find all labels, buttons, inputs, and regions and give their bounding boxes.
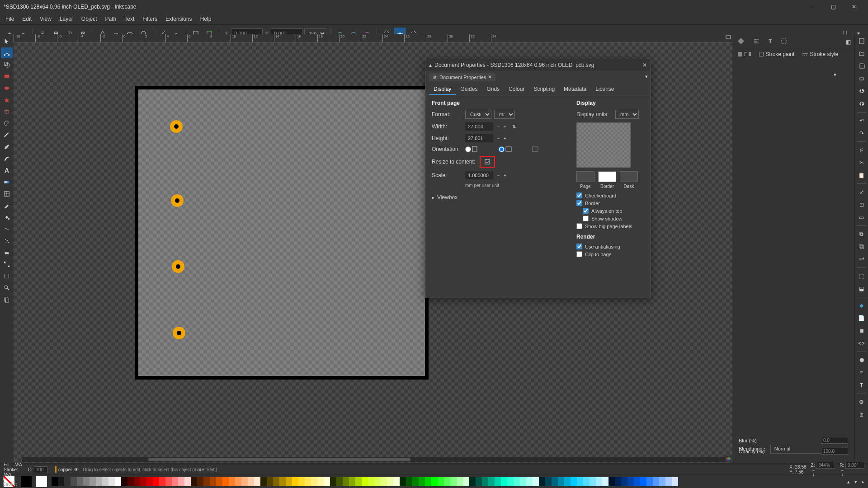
cmd-group-icon[interactable]: ⬚ <box>857 272 866 281</box>
palette-swatch[interactable] <box>621 477 627 486</box>
cmd-paste-icon[interactable]: 📋 <box>857 171 866 180</box>
palette-swatch[interactable] <box>102 477 108 486</box>
menu-help[interactable]: Help <box>197 15 215 23</box>
palette-swatch[interactable] <box>368 477 374 486</box>
palette-swatch[interactable] <box>343 477 349 486</box>
cmd-prefs-icon[interactable]: ⚙ <box>857 398 866 407</box>
cmd-clone-icon[interactable]: ⿻ <box>857 242 866 251</box>
maximize-button[interactable]: ▢ <box>823 0 844 14</box>
border-color-swatch[interactable] <box>598 171 616 182</box>
palette-swatch[interactable] <box>134 477 140 486</box>
palette-swatch[interactable] <box>469 477 476 486</box>
star-tool[interactable] <box>1 94 13 105</box>
palette-swatch[interactable] <box>571 477 577 486</box>
sub-fill[interactable]: Fill <box>738 51 751 57</box>
palette-swatch[interactable] <box>362 477 368 486</box>
cmd-undo-icon[interactable]: ↶ <box>857 116 866 125</box>
lpe-tool[interactable] <box>1 271 13 282</box>
palette-swatch[interactable] <box>64 477 71 486</box>
color-palette[interactable] <box>52 477 843 486</box>
palette-swatch[interactable] <box>52 477 58 486</box>
desk-color-swatch[interactable] <box>620 171 638 182</box>
palette-scroll-down-icon[interactable]: ▾ <box>854 479 857 485</box>
tab-transform[interactable] <box>781 38 787 44</box>
spray-tool[interactable] <box>1 235 13 246</box>
palette-swatch[interactable] <box>374 477 381 486</box>
menu-text[interactable]: Text <box>121 15 138 23</box>
palette-swatch[interactable] <box>260 477 267 486</box>
clip-to-page-checkbox[interactable]: Clip to page <box>576 251 644 257</box>
cmd-import-icon[interactable]: ⮋ <box>857 87 866 96</box>
palette-swatch[interactable] <box>457 477 463 486</box>
orientation-auto[interactable] <box>532 146 563 152</box>
palette-swatch[interactable] <box>298 477 305 486</box>
cmd-zoom-page-icon[interactable]: ▭ <box>857 213 866 222</box>
palette-swatch[interactable] <box>336 477 343 486</box>
menu-object[interactable]: Object <box>78 15 101 23</box>
connector-tool[interactable] <box>1 259 13 270</box>
zoom-input[interactable] <box>816 462 835 469</box>
cmd-obj-props-icon[interactable]: 📄 <box>857 314 866 323</box>
palette-swatch[interactable] <box>431 477 438 486</box>
dialog-collapse-icon[interactable]: ▾ <box>645 74 648 80</box>
resize-to-content-button[interactable] <box>480 156 495 168</box>
viewbox-expand-icon[interactable]: ▸ <box>432 194 434 201</box>
zoom-tool[interactable] <box>1 282 13 293</box>
cmd-text-icon[interactable]: T <box>857 381 866 390</box>
viewbox-label[interactable]: Viewbox <box>437 194 458 201</box>
pcb-hole[interactable] <box>170 120 183 133</box>
rot-dec-button[interactable]: − <box>840 469 845 473</box>
palette-swatch[interactable] <box>596 477 602 486</box>
palette-swatch[interactable] <box>349 477 355 486</box>
cmd-align-icon[interactable]: ≡ <box>857 368 866 377</box>
orientation-portrait[interactable] <box>465 146 496 152</box>
docprop-tab-guides[interactable]: Guides <box>456 84 482 95</box>
palette-swatch[interactable] <box>77 477 83 486</box>
palette-swatch[interactable] <box>267 477 273 486</box>
cmd-layers-icon[interactable]: ≣ <box>857 326 866 335</box>
format-unit-select[interactable]: mm <box>494 110 515 119</box>
status-opacity-input[interactable] <box>34 466 47 473</box>
palette-swatch[interactable] <box>317 477 324 486</box>
palette-swatch[interactable] <box>286 477 292 486</box>
cmd-zoom-draw-icon[interactable]: ⊡ <box>857 200 866 209</box>
cmd-open-icon[interactable] <box>857 49 866 58</box>
pen-tool[interactable] <box>1 130 13 141</box>
palette-swatch[interactable] <box>254 477 260 486</box>
palette-swatch[interactable] <box>501 477 507 486</box>
cmd-dup-icon[interactable]: ⧉ <box>857 230 866 239</box>
palette-swatch[interactable] <box>222 477 229 486</box>
ellipse-tool[interactable] <box>1 83 13 94</box>
palette-swatch[interactable] <box>381 477 387 486</box>
palette-swatch[interactable] <box>324 477 330 486</box>
palette-swatch[interactable] <box>488 477 495 486</box>
tab-text[interactable]: T <box>769 38 772 44</box>
spiral-tool[interactable] <box>1 118 13 129</box>
cmd-unlink-icon[interactable]: ⮂ <box>857 255 866 264</box>
palette-swatch[interactable] <box>653 477 659 486</box>
palette-swatch[interactable] <box>115 477 121 486</box>
sub-stroke-style[interactable]: Stroke style <box>802 51 838 57</box>
always-on-top-checkbox[interactable]: Always on top <box>583 208 644 214</box>
pcb-hole[interactable] <box>172 260 184 273</box>
palette-swatch[interactable] <box>476 477 482 486</box>
dialog-tab-close-icon[interactable]: ✕ <box>488 74 492 80</box>
close-button[interactable]: ✕ <box>844 0 864 14</box>
pencil-tool[interactable] <box>1 141 13 152</box>
cmd-zoom-sel-icon[interactable]: ⤢ <box>857 188 866 197</box>
3dbox-tool[interactable] <box>1 106 13 117</box>
palette-swatch[interactable] <box>273 477 279 486</box>
dialog-expand-icon[interactable]: ▴ <box>429 62 432 68</box>
scale-input[interactable] <box>465 171 493 179</box>
palette-swatch[interactable] <box>387 477 393 486</box>
palette-swatch[interactable] <box>311 477 317 486</box>
tab-fill-stroke[interactable] <box>738 38 744 44</box>
palette-swatch[interactable] <box>438 477 444 486</box>
shape-builder-tool[interactable] <box>1 59 13 70</box>
palette-swatch[interactable] <box>533 477 539 486</box>
palette-swatch[interactable] <box>672 477 678 486</box>
palette-swatch[interactable] <box>121 477 127 486</box>
layer-name[interactable]: copper <box>58 467 72 472</box>
palette-swatch[interactable] <box>463 477 469 486</box>
palette-swatch[interactable] <box>627 477 634 486</box>
